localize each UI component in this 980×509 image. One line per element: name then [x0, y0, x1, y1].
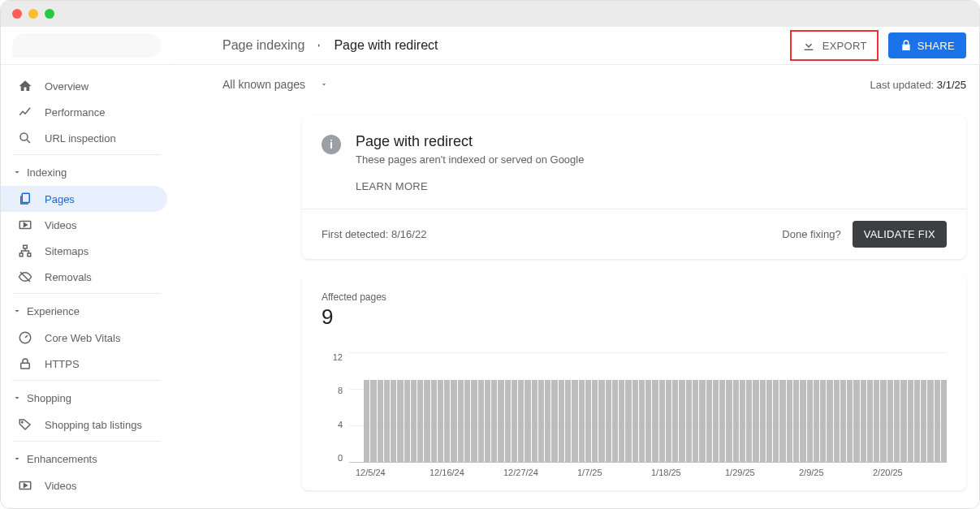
chart-bar	[384, 380, 390, 462]
chart-bar	[518, 380, 524, 462]
maximize-window-icon[interactable]	[45, 9, 54, 19]
chart-bar	[424, 380, 430, 462]
chart-bar	[545, 380, 550, 462]
chevron-down-icon	[12, 167, 22, 177]
nav-performance[interactable]: Performance	[1, 99, 167, 125]
nav-label: URL inspection	[45, 132, 116, 145]
chart-bar	[706, 380, 712, 462]
chart-bar	[927, 380, 933, 462]
chart-bar	[532, 380, 537, 462]
chart-bar	[397, 380, 403, 462]
chart-bar	[485, 380, 490, 462]
x-axis: 12/5/24 12/16/24 12/27/24 1/7/25 1/18/25…	[349, 468, 947, 477]
nav-sitemaps[interactable]: Sitemaps	[1, 238, 167, 264]
nav-https[interactable]: HTTPS	[1, 351, 167, 377]
chart-bar	[592, 380, 598, 462]
chart-bar	[847, 380, 853, 462]
chart-bar	[478, 380, 484, 462]
nav-section-experience[interactable]: Experience	[1, 297, 172, 325]
nav-removals[interactable]: Removals	[1, 264, 167, 290]
chart-bar	[431, 380, 437, 462]
chart-bar	[793, 380, 799, 462]
chart-bar	[880, 380, 886, 462]
chart-bar	[632, 380, 638, 462]
chart-bar	[746, 380, 752, 462]
chart-bar	[733, 380, 739, 462]
svg-rect-7	[21, 363, 30, 369]
chart-bar	[672, 380, 678, 462]
chart-bar	[619, 380, 624, 462]
nav-shopping-listings[interactable]: Shopping tab listings	[1, 412, 167, 438]
nav-section-shopping[interactable]: Shopping	[1, 384, 172, 412]
done-fixing-label: Done fixing?	[782, 228, 840, 240]
svg-point-0	[20, 133, 28, 140]
chevron-down-icon	[12, 306, 22, 316]
chart-value: 9	[322, 304, 947, 330]
chart-bar	[444, 380, 450, 462]
window-titlebar	[1, 1, 979, 27]
chart: 12 8 4 0	[322, 352, 947, 474]
chart-bar	[814, 380, 819, 462]
sitemap-icon	[17, 243, 33, 259]
minimize-window-icon[interactable]	[28, 9, 38, 19]
nav-core-web-vitals[interactable]: Core Web Vitals	[1, 325, 167, 351]
nav-label: Sitemaps	[45, 245, 89, 257]
chart-bar	[512, 380, 517, 462]
chart-bar	[753, 380, 758, 462]
nav-label: Videos	[45, 219, 77, 231]
learn-more-link[interactable]: LEARN MORE	[302, 180, 966, 209]
property-selector[interactable]	[1, 27, 172, 65]
dropdown-icon	[320, 80, 328, 88]
chart-bar	[779, 380, 785, 462]
nav-section-indexing[interactable]: Indexing	[1, 158, 172, 186]
section-label: Indexing	[27, 166, 67, 179]
home-icon	[17, 78, 33, 94]
first-detected: First detected: 8/16/22	[322, 228, 426, 240]
nav-label: Performance	[45, 106, 105, 119]
nav-label: Videos	[45, 480, 77, 492]
validate-fix-button[interactable]: VALIDATE FIX	[853, 221, 947, 248]
nav-videos[interactable]: Videos	[1, 212, 167, 238]
chart-bar	[572, 380, 577, 462]
nav-enh-videos[interactable]: Videos	[1, 472, 167, 498]
chart-bar	[598, 380, 604, 462]
export-button[interactable]: EXPORT	[790, 30, 879, 61]
chart-bar	[498, 380, 503, 462]
chart-bar	[525, 380, 530, 462]
chart-bar	[853, 380, 859, 462]
chart-bar	[713, 380, 719, 462]
chart-bar	[625, 380, 631, 462]
nav-overview[interactable]: Overview	[1, 73, 167, 99]
svg-rect-4	[19, 253, 23, 257]
chart-bar	[458, 380, 464, 462]
nav-url-inspection[interactable]: URL inspection	[1, 125, 167, 151]
pages-filter-select[interactable]: All known pages	[222, 78, 328, 91]
chart-bar	[559, 380, 564, 462]
chart-bar	[411, 380, 417, 462]
chevron-right-icon	[316, 41, 322, 50]
chart-bar	[726, 380, 732, 462]
breadcrumb-parent[interactable]: Page indexing	[222, 38, 304, 53]
chart-bar	[679, 380, 684, 462]
svg-rect-5	[28, 253, 31, 257]
chart-bar	[551, 380, 557, 462]
gauge-icon	[17, 330, 33, 346]
chart-bar	[894, 380, 900, 462]
chart-bar	[417, 380, 423, 462]
chart-bar	[565, 380, 571, 462]
chart-bar	[391, 380, 396, 462]
chart-bar	[579, 380, 585, 462]
share-button[interactable]: SHARE	[888, 32, 966, 58]
chart-bar	[773, 380, 779, 462]
svg-rect-3	[24, 245, 28, 248]
chart-bar	[834, 380, 840, 462]
nav-pages[interactable]: Pages	[1, 186, 167, 212]
chart-bar	[820, 380, 826, 462]
close-window-icon[interactable]	[12, 9, 22, 19]
chart-bar	[612, 380, 618, 462]
chart-bar	[645, 380, 651, 462]
nav-section-enhancements[interactable]: Enhancements	[1, 445, 172, 472]
chart-bar	[887, 380, 893, 462]
last-updated: Last updated: 3/1/25	[870, 79, 966, 91]
section-label: Shopping	[27, 392, 71, 404]
